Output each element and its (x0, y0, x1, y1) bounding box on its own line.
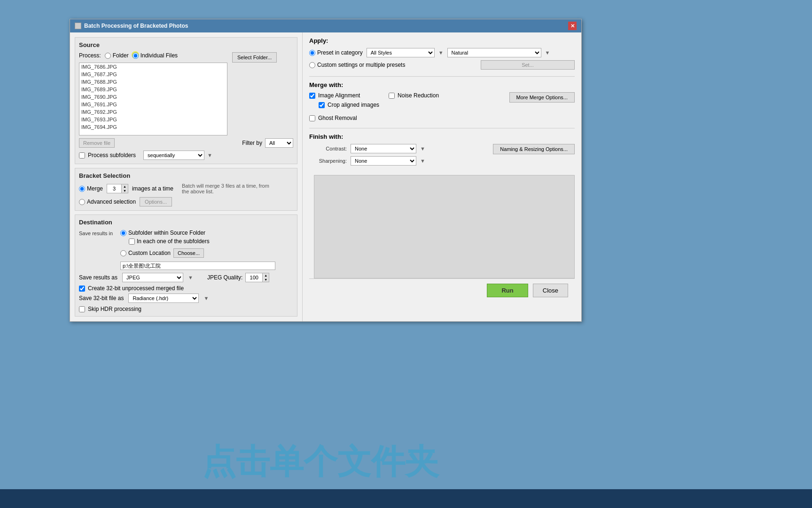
naming-resizing-button[interactable]: Naming & Resizing Options... (493, 144, 575, 154)
folder-radio-label[interactable]: Folder (105, 52, 129, 59)
select-folder-button[interactable]: Select Folder... (232, 52, 277, 63)
bracket-section: Bracket Selection Merge ▲ ▼ images at a … (75, 168, 297, 211)
folder-radio[interactable] (105, 53, 111, 59)
custom-location-label: Custom Location (128, 250, 171, 256)
merge-label: Merge (87, 185, 103, 192)
preset-in-category-radio-label[interactable]: Preset in category (309, 49, 363, 56)
ghost-removal-checkbox[interactable] (309, 115, 315, 121)
overlay-text: 点击单个文件夹 (202, 439, 439, 484)
subfolder-option-label: Subfolder within Source Folder (128, 230, 205, 236)
filter-select[interactable]: All (265, 138, 293, 148)
quality-up[interactable]: ▲ (263, 273, 269, 278)
contrast-select[interactable]: None Low Medium High (351, 144, 416, 153)
save-32bit-label: Save 32-bit file as (79, 295, 124, 302)
apply-section: Apply: Preset in category All Styles Dra… (309, 37, 575, 70)
finish-title: Finish with: (309, 133, 575, 140)
in-each-subfolders-checkbox[interactable] (129, 238, 135, 245)
subfolder-radio[interactable] (120, 230, 126, 236)
app-icon (75, 23, 81, 29)
list-item[interactable]: IMG_7688.JPG (79, 78, 227, 86)
advanced-selection-label[interactable]: Advanced selection (79, 198, 136, 205)
sequentially-select[interactable]: sequentially (143, 151, 204, 160)
dialog-title: Batch Processing of Bracketed Photos (84, 23, 188, 29)
source-title: Source (79, 41, 293, 48)
bracket-title: Bracket Selection (79, 172, 293, 179)
merge-count-down[interactable]: ▼ (122, 189, 128, 193)
save-32bit-select[interactable]: Radiance (.hdr) OpenEXR (.exr) (128, 294, 199, 303)
list-item[interactable]: IMG_7694.JPG (79, 123, 227, 131)
list-item[interactable]: IMG_7693.JPG (79, 116, 227, 123)
options-button[interactable]: Options... (140, 197, 172, 206)
individual-files-label: Individual Files (141, 52, 178, 59)
save-as-select[interactable]: JPEG TIFF PNG (122, 273, 183, 282)
save-results-label: Save results in (79, 230, 117, 236)
file-list[interactable]: IMG_7686.JPGIMG_7687.JPGIMG_7688.JPGIMG_… (79, 63, 227, 135)
crop-aligned-label: Crop aligned images (328, 102, 379, 108)
individual-files-radio-label[interactable]: Individual Files (133, 52, 178, 59)
set-button[interactable]: Set... (481, 60, 575, 70)
individual-files-radio[interactable] (133, 53, 139, 59)
jpeg-quality-field[interactable] (246, 275, 262, 280)
process-subfolders-label: Process subfolders (88, 152, 136, 159)
crop-aligned-checkbox[interactable] (319, 102, 325, 108)
skip-hdr-label: Skip HDR processing (88, 306, 141, 312)
process-label: Process: (79, 52, 101, 59)
ghost-removal-label: Ghost Removal (318, 115, 357, 121)
custom-location-radio-label[interactable]: Custom Location (120, 250, 171, 256)
images-at-a-time-label: images at a time (132, 185, 173, 192)
image-alignment-checkbox[interactable] (309, 93, 315, 99)
run-button[interactable]: Run (487, 284, 528, 297)
noise-reduction-checkbox[interactable] (389, 93, 395, 99)
noise-reduction-label: Noise Reduction (398, 92, 439, 99)
left-panel: Source Process: Folder In (70, 32, 303, 321)
subfolder-radio-label[interactable]: Subfolder within Source Folder (120, 230, 275, 236)
folder-option-label: Folder (113, 52, 129, 59)
filter-label: Filter by (242, 140, 262, 146)
list-item[interactable]: IMG_7689.JPG (79, 86, 227, 93)
jpeg-quality-label: JPEG Quality: (207, 274, 242, 281)
finish-section: Finish with: Contrast: None Low Medium H… (309, 128, 575, 168)
save-as-label: Save results as (79, 274, 117, 281)
custom-settings-label: Custom settings or multiple presets (317, 62, 405, 68)
advanced-radio[interactable] (79, 199, 85, 205)
choose-button[interactable]: Choose... (173, 248, 204, 258)
create-32bit-checkbox[interactable] (79, 286, 85, 292)
more-merge-button[interactable]: More Merge Options... (509, 92, 575, 103)
in-each-subfolders-label[interactable]: In each one of the subfolders (129, 238, 275, 245)
sharpening-select[interactable]: None Low Medium High (351, 156, 416, 166)
preset-in-category-radio[interactable] (309, 50, 315, 56)
close-button[interactable]: Close (533, 284, 568, 297)
merge-radio-label[interactable]: Merge (79, 185, 103, 192)
right-panel: Apply: Preset in category All Styles Dra… (303, 32, 581, 321)
jpeg-quality-input[interactable]: ▲ ▼ (245, 273, 269, 282)
custom-location-radio[interactable] (120, 250, 126, 256)
merge-count-field[interactable] (107, 186, 121, 191)
bottom-buttons: Run Close (309, 278, 575, 302)
list-item[interactable]: IMG_7686.JPG (79, 63, 227, 71)
custom-settings-radio-label[interactable]: Custom settings or multiple presets (309, 62, 405, 68)
list-item[interactable]: IMG_7690.JPG (79, 93, 227, 101)
batch-info: Batch will merge 3 files at a time, from… (182, 183, 276, 194)
merge-count-up[interactable]: ▲ (122, 184, 128, 189)
apply-title: Apply: (309, 37, 575, 44)
image-alignment-label: Image Alignment (318, 92, 360, 99)
window-close-button[interactable]: ✕ (568, 22, 577, 30)
remove-file-button[interactable]: Remove file (79, 138, 115, 148)
preset-in-category-label: Preset in category (317, 49, 363, 56)
advanced-label: Advanced selection (87, 198, 136, 205)
path-input[interactable] (120, 262, 275, 270)
custom-settings-radio[interactable] (309, 62, 315, 68)
merge-section: Merge with: Image Alignment Crop aligned… (309, 76, 575, 121)
preset-value-select[interactable]: Natural Dramatic Surreal (447, 48, 541, 57)
list-item[interactable]: IMG_7691.JPG (79, 101, 227, 108)
list-item[interactable]: IMG_7687.JPG (79, 71, 227, 78)
merge-count-input[interactable]: ▲ ▼ (107, 184, 128, 193)
process-subfolders-checkbox[interactable] (79, 152, 85, 159)
merge-radio[interactable] (79, 186, 85, 192)
taskbar (0, 489, 812, 508)
preset-category-select[interactable]: All Styles Dramatic Natural (367, 48, 435, 57)
merge-title: Merge with: (309, 81, 575, 88)
skip-hdr-checkbox[interactable] (79, 306, 85, 312)
list-item[interactable]: IMG_7692.JPG (79, 108, 227, 116)
quality-down[interactable]: ▼ (263, 278, 269, 282)
